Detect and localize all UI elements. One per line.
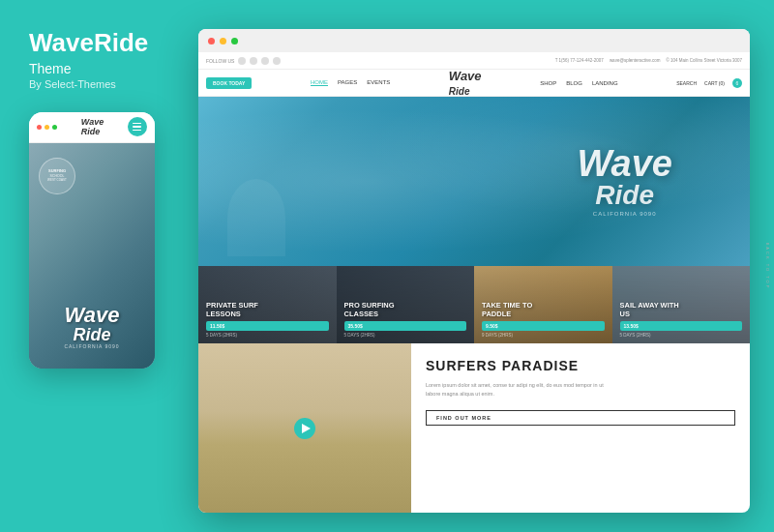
topbar-phone: T 1(56) 77-124-442-2007 <box>555 58 604 63</box>
mobile-ride-text: Ride <box>64 326 119 343</box>
hero-wave-text: Wave <box>577 146 672 179</box>
site-nav-right: SEARCH CART (0) 6 <box>676 78 742 88</box>
card-content-3: TAKE TIME TOPADDLE 9.50$ 9 DAYS (2HRS) <box>474 266 612 343</box>
left-panel: WaveRide Theme By Select-Themes WaveRide <box>29 29 179 513</box>
activity-card-3[interactable]: TAKE TIME TOPADDLE 9.50$ 9 DAYS (2HRS) <box>474 266 612 343</box>
nav-events[interactable]: EVENTS <box>367 79 390 86</box>
nav-blog[interactable]: BLOG <box>566 80 582 86</box>
social-icon-4[interactable] <box>273 57 281 65</box>
hero-logo: Wave Ride CALIFORNIA 9090 <box>577 146 672 216</box>
card-days-2: 5 DAYS (2HRS) <box>344 333 467 338</box>
cart-badge: 6 <box>732 78 742 88</box>
card-price-3: 9.50$ <box>482 321 605 331</box>
surfers-text: Lorem ipsum dolor sit amet, conse tur ad… <box>426 381 619 399</box>
browser-toolbar <box>198 29 750 52</box>
nav-shop[interactable]: SHOP <box>540 80 556 86</box>
card-price-4: 13.50$ <box>620 321 743 331</box>
menu-line <box>133 130 141 132</box>
mobile-dot-yellow <box>45 125 49 130</box>
activity-card-4[interactable]: SAIL AWAY WITHUS 13.50$ 5 DAYS (2HRS) <box>612 266 751 343</box>
topbar-address: © 104 Main Collins Street Victoria 3007 <box>666 58 742 63</box>
mobile-wave-big: Wave <box>64 305 119 326</box>
mobile-dot-green <box>52 125 57 130</box>
brand-byline: By Select-Themes <box>29 78 116 90</box>
site-bottom: SURFERS PARADISE Lorem ipsum dolor sit a… <box>198 343 750 513</box>
card-days-1: 5 DAYS (2HRS) <box>206 333 329 338</box>
site-topbar: FOLLOW US T 1(56) 77-124-442-2007 wave@s… <box>198 52 750 70</box>
card-content-2: PRO SURFINGCLASSES 35.50$ 5 DAYS (2HRS) <box>337 266 475 343</box>
browser-close[interactable] <box>208 38 215 44</box>
search-link[interactable]: SEARCH <box>676 80 697 86</box>
mobile-menu-icon[interactable] <box>128 117 147 136</box>
site-navbar: BOOK TODAY HOME PAGES EVENTS WaveRide SH… <box>198 70 750 97</box>
browser-maximize[interactable] <box>231 38 238 44</box>
bottom-image-bg <box>198 343 411 513</box>
find-out-button[interactable]: FIND OUT MORE <box>426 410 735 426</box>
mobile-content: SURFING SCHOOL WEST COAST Wave Ride CALI… <box>29 143 155 369</box>
menu-line <box>133 123 141 125</box>
card-price-2: 35.50$ <box>344 321 467 331</box>
site-hero: Wave Ride CALIFORNIA 9090 <box>198 97 750 266</box>
play-icon <box>302 424 311 433</box>
nav-pages[interactable]: PAGES <box>338 79 357 86</box>
browser-minimize[interactable] <box>220 38 226 44</box>
website-content: FOLLOW US T 1(56) 77-124-442-2007 wave@s… <box>198 52 750 513</box>
activities-row: PRIVATE SURFLESSONS 11.50$ 5 DAYS (2HRS)… <box>198 266 750 343</box>
wave-shape <box>227 179 285 256</box>
play-button[interactable] <box>294 418 315 439</box>
topbar-left: FOLLOW US <box>206 57 281 65</box>
mobile-logo: WaveRide <box>81 117 104 136</box>
browser-mockup: FOLLOW US T 1(56) 77-124-442-2007 wave@s… <box>198 29 750 513</box>
card-title-2: PRO SURFINGCLASSES <box>344 301 467 318</box>
brand-title: WaveRide <box>29 29 148 57</box>
hero-ride-text: Ride <box>577 180 672 211</box>
card-days-4: 5 DAYS (2HRS) <box>620 333 743 338</box>
hero-california: CALIFORNIA 9090 <box>577 211 672 217</box>
card-days-3: 9 DAYS (2HRS) <box>482 333 605 338</box>
nav-landing[interactable]: LANDING <box>592 80 618 86</box>
mobile-badge: SURFING SCHOOL WEST COAST <box>39 158 75 194</box>
mobile-dot-red <box>37 125 42 130</box>
cart-link[interactable]: CART (0) <box>704 80 725 86</box>
mobile-wave-sub: CALIFORNIA 9090 <box>64 343 119 349</box>
hero-bg: Wave Ride CALIFORNIA 9090 <box>198 97 750 266</box>
activity-card-1[interactable]: PRIVATE SURFLESSONS 11.50$ 5 DAYS (2HRS) <box>198 266 337 343</box>
brand-subtitle: Theme <box>29 61 72 76</box>
site-nav-links: HOME PAGES EVENTS <box>311 79 390 86</box>
card-title-3: TAKE TIME TOPADDLE <box>482 301 605 318</box>
site-bottom-left <box>198 343 411 513</box>
card-title-1: PRIVATE SURFLESSONS <box>206 301 329 318</box>
menu-line <box>133 126 141 128</box>
book-today-button[interactable]: BOOK TODAY <box>206 77 252 89</box>
site-nav-links-right: SHOP BLOG LANDING <box>540 80 617 86</box>
site-logo: WaveRide <box>449 69 482 98</box>
card-price-1: 11.50$ <box>206 321 329 331</box>
social-icon-2[interactable] <box>250 57 257 65</box>
card-content-4: SAIL AWAY WITHUS 13.50$ 5 DAYS (2HRS) <box>612 266 751 343</box>
topbar-email: wave@splenteractive.com <box>610 58 661 63</box>
site-bottom-right: SURFERS PARADISE Lorem ipsum dolor sit a… <box>411 343 750 513</box>
surfers-title: SURFERS PARADISE <box>426 358 735 373</box>
mobile-top-bar: WaveRide <box>29 112 155 143</box>
activity-card-2[interactable]: PRO SURFINGCLASSES 35.50$ 5 DAYS (2HRS) <box>337 266 475 343</box>
mobile-wave-logo: Wave Ride CALIFORNIA 9090 <box>64 305 119 349</box>
mobile-dots <box>37 125 57 130</box>
nav-home[interactable]: HOME <box>311 79 328 86</box>
social-icon-1[interactable] <box>238 57 246 65</box>
card-title-4: SAIL AWAY WITHUS <box>620 301 743 318</box>
topbar-right: T 1(56) 77-124-442-2007 wave@splenteract… <box>555 58 742 63</box>
social-icon-3[interactable] <box>261 57 269 65</box>
outer-container: WaveRide Theme By Select-Themes WaveRide <box>0 0 774 532</box>
card-content-1: PRIVATE SURFLESSONS 11.50$ 5 DAYS (2HRS) <box>198 266 337 343</box>
mobile-mockup: WaveRide SURFING SCHOOL WEST COAST Wave … <box>29 112 155 369</box>
follow-us-label: FOLLOW US <box>206 58 234 64</box>
